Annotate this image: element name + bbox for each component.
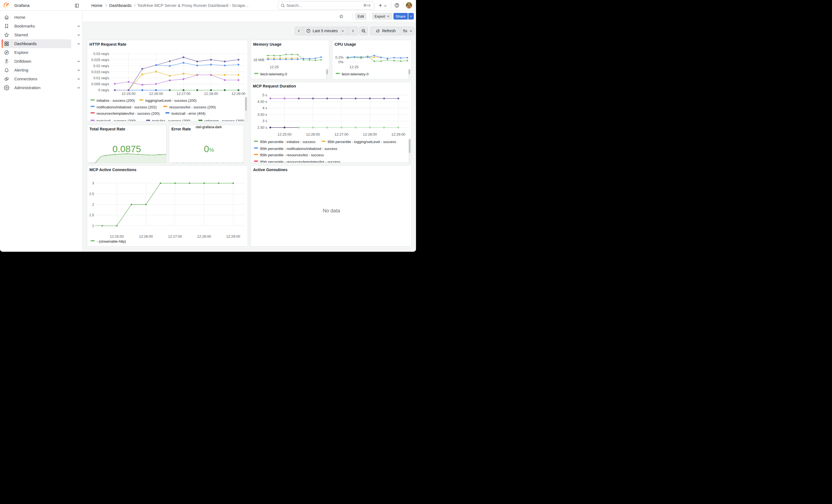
svg-text:2: 2 [92, 203, 94, 207]
svg-text:95th percentile - resources/li: 95th percentile - resources/list - succe… [260, 153, 324, 157]
svg-text:3.50 s: 3.50 s [258, 112, 267, 116]
svg-text:0.02 req/s: 0.02 req/s [93, 64, 109, 68]
svg-text:16 MiB: 16 MiB [253, 58, 264, 62]
svg-text:0.01 req/s: 0.01 req/s [93, 76, 109, 80]
svg-text:0.025 req/s: 0.025 req/s [92, 58, 109, 62]
svg-text:12:27:00: 12:27:00 [335, 132, 348, 136]
svg-text:fetch-telemetry-0: fetch-telemetry-0 [342, 72, 369, 76]
svg-text:0.005 req/s: 0.005 req/s [92, 82, 109, 86]
svg-text:12:25:00: 12:25:00 [122, 91, 136, 96]
svg-text:12:28:00: 12:28:00 [204, 91, 218, 96]
svg-text:12:25:00: 12:25:00 [278, 132, 292, 136]
svg-text:12:25: 12:25 [270, 65, 279, 69]
svg-text:95th percentile - initialize -: 95th percentile - initialize - success [260, 140, 316, 144]
svg-text:12:27:00: 12:27:00 [168, 234, 182, 239]
svg-text:tools/list - success (200): tools/list - success (200) [152, 119, 190, 121]
svg-text:1: 1 [92, 224, 94, 228]
svg-text:resources/templates/list - suc: resources/templates/list - success (200) [97, 111, 160, 115]
svg-text:95th percentile - logging/setL: 95th percentile - logging/setLevel - suc… [328, 140, 396, 144]
svg-text:4 s: 4 s [262, 106, 267, 110]
svg-text:12:26:00: 12:26:00 [139, 234, 153, 239]
svg-text:0.015 req/s: 0.015 req/s [92, 70, 109, 74]
svg-text:12:25: 12:25 [349, 65, 359, 69]
svg-text:95th percentile - resources/te: 95th percentile - resources/templates/li… [260, 160, 340, 163]
svg-text:4.50 s: 4.50 s [258, 99, 267, 103]
svg-text:tools/call - error (404): tools/call - error (404) [172, 111, 206, 115]
svg-text:12:29:00: 12:29:00 [226, 234, 240, 239]
svg-text:0%: 0% [204, 143, 214, 154]
svg-text:notifications/initialized - su: notifications/initialized - success (202… [97, 105, 157, 109]
svg-text:3 s: 3 s [262, 119, 267, 123]
svg-text:logging/setLevel - success (20: logging/setLevel - success (200) [145, 99, 197, 103]
svg-text:unknown - success (200): unknown - success (200) [204, 119, 244, 121]
svg-text:12:29:00: 12:29:00 [231, 91, 245, 96]
svg-text:initialize - success (200): initialize - success (200) [97, 99, 135, 103]
svg-text:5 s: 5 s [262, 93, 267, 97]
svg-text:12:29:00: 12:29:00 [391, 132, 405, 136]
svg-text:0.03 req/s: 0.03 req/s [93, 52, 109, 56]
svg-text:2.50 s: 2.50 s [258, 126, 267, 130]
svg-text:tools/call - success (200): tools/call - success (200) [97, 119, 136, 121]
svg-text:2.5: 2.5 [89, 192, 94, 196]
svg-text:0%: 0% [338, 60, 344, 64]
svg-text:95th percentile - notification: 95th percentile - notifications/initiali… [260, 147, 338, 151]
svg-text:fetch-telemetry-0: fetch-telemetry-0 [260, 72, 287, 76]
svg-text:1.5: 1.5 [89, 213, 94, 217]
svg-text:0 req/s: 0 req/s [98, 88, 109, 92]
svg-text:resources/list - success (200): resources/list - success (200) [169, 105, 216, 109]
svg-text:0.0875: 0.0875 [112, 143, 141, 154]
svg-text:12:28:00: 12:28:00 [197, 234, 211, 239]
svg-text:- (streamable-http): - (streamable-http) [97, 239, 126, 243]
svg-text:12:25:00: 12:25:00 [110, 234, 124, 239]
svg-text:12:26:00: 12:26:00 [306, 132, 320, 136]
svg-text:12:26:00: 12:26:00 [149, 91, 163, 96]
svg-text:0.2%: 0.2% [335, 55, 344, 59]
svg-text:12:27:00: 12:27:00 [177, 91, 191, 96]
svg-text:3: 3 [92, 181, 94, 185]
svg-text:12:28:00: 12:28:00 [363, 132, 377, 136]
